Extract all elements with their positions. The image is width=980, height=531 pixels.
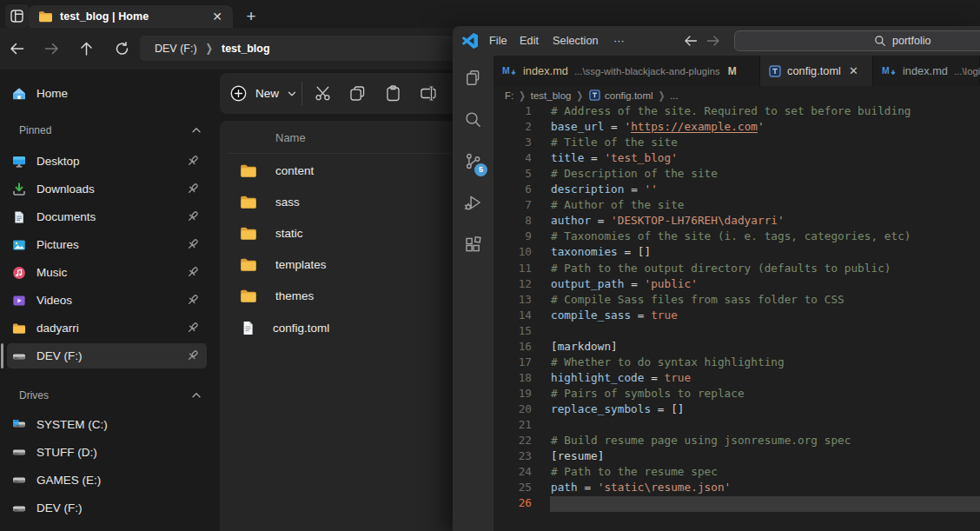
activity-extensions[interactable] [453,223,493,265]
folder-icon [240,257,257,272]
explorer-tab-title: test_blog | Home [60,10,149,23]
explorer-window-menu-button[interactable] [5,4,29,28]
sidebar-item-label: dadyarri [36,322,79,335]
activity-files[interactable] [453,56,493,98]
breadcrumb-item[interactable]: test_blog [531,90,572,101]
editor-line-21: 21 [493,418,980,434]
editor-line-9: 9# Taxonomies of the site (i. e. tags, c… [493,229,980,245]
cut-icon[interactable] [314,84,332,103]
pin-icon [186,265,200,279]
explorer-tab[interactable]: test_blog | Home ✕ [29,5,233,28]
sidebar-item-videos[interactable]: Videos [7,288,207,313]
sidebar-item-games-e[interactable]: GAMES (E:) [7,468,207,493]
line-code: title = 'test_blog' [551,151,678,167]
line-code: # Compile Sass files from sass folder to… [551,293,844,309]
pin-icon [186,182,200,196]
vscode-logo-icon [462,33,478,49]
vscode-editor-group: Mindex.md...\ssg-with-blackjack-and-plug… [493,56,980,531]
file-name: static [275,227,303,240]
chevron-up-icon[interactable] [189,388,203,402]
breadcrumb-item[interactable]: F: [505,90,513,101]
line-code: # Path to the resume spec [551,465,718,481]
pin-icon [186,348,200,362]
desktop-screen: test_blog | Home ✕ + DEV (F:) ❯ test [0,0,980,531]
editor-line-4: 4title = 'test_blog' [493,151,980,167]
menu-edit[interactable]: Edit [520,26,539,56]
line-code: replace_symbols = [] [551,402,685,418]
line-number: 20 [493,402,532,418]
back-icon[interactable] [10,42,24,56]
address-segment-drive[interactable]: DEV (F:) [155,43,197,55]
chevron-down-icon [287,89,297,99]
tab-close-icon[interactable]: ✕ [849,64,858,77]
sidebar-item-home[interactable]: Home [7,81,207,106]
line-number: 11 [493,262,532,277]
new-plus-icon [230,85,247,102]
forward-icon[interactable] [44,42,59,56]
line-code: taxonomies = [] [551,245,651,261]
sidebar-item-label: Desktop [36,155,80,168]
activity-run-debug[interactable] [453,182,493,223]
command-center-search[interactable]: portfolio [734,30,980,51]
explorer-tab-close-icon[interactable]: ✕ [209,8,226,25]
pin-icon [186,321,200,335]
editor-line-11: 11# Path to the output directory (defaul… [493,262,980,277]
sidebar-item-dev-f[interactable]: DEV (F:) [7,495,207,521]
nav-back-icon[interactable] [684,34,698,48]
editor-tab-index-md-0[interactable]: Mindex.md...\ssg-with-blackjack-and-plug… [493,56,760,86]
line-number: 15 [493,324,532,340]
sidebar-item-dev-f[interactable]: DEV (F:) [7,343,207,368]
up-icon[interactable] [79,42,94,56]
line-code: # Path to the output directory (defaults… [551,262,891,277]
line-number: 25 [493,481,532,496]
breadcrumb-separator-icon: ❯ [576,90,583,101]
explorer-new-tab-button[interactable]: + [240,5,262,28]
copy-icon[interactable] [348,84,367,103]
column-header-name[interactable]: Name [275,131,306,144]
menu-more[interactable]: ··· [613,26,625,56]
paste-icon[interactable] [384,84,402,103]
downloads-icon [12,183,26,196]
activity-source-control[interactable] [453,140,493,182]
sidebar-item-stuff-d[interactable]: STUFF (D:) [7,440,207,465]
editor-line-17: 17# Whether to do syntax highlighting [493,355,980,371]
command-center-text: portfolio [892,35,930,47]
sidebar-item-downloads[interactable]: Downloads [7,176,207,202]
editor-line-23: 23[resume] [493,449,980,465]
sidebar-item-dadyarri[interactable]: dadyarri [7,315,207,341]
refresh-icon[interactable] [115,42,129,56]
sidebar-item-system-c[interactable]: SYSTEM (C:) [7,412,207,437]
home-icon [12,87,26,101]
drives-section-header: Drives [19,389,49,402]
breadcrumb-item[interactable]: ... [670,90,679,101]
vscode-breadcrumbs: F:❯test_blog❯config.toml❯... [493,86,980,104]
line-number: 8 [493,214,532,229]
line-code: # Build resume page using jsonresume.org… [551,434,851,449]
sidebar-item-pictures[interactable]: Pictures [7,232,207,257]
breadcrumb-item[interactable]: config.toml [605,90,653,101]
editor-line-18: 18highlight_code = true [493,371,980,387]
menu-selection[interactable]: Selection [553,26,599,56]
line-number: 24 [493,465,532,481]
rename-icon[interactable] [419,84,437,103]
chevron-up-icon[interactable] [189,123,203,137]
sidebar-item-label: SYSTEM (C:) [36,418,108,431]
editor-tab-index-md-2[interactable]: Mindex.md...\login [873,56,980,86]
line-code: author = 'DESKTOP-LH76REH\dadyarri' [551,214,785,229]
address-segment-folder[interactable]: test_blog [222,43,270,55]
line-code: description = '' [551,183,658,198]
vscode-editor[interactable]: 1# Address of the site. Required to set … [493,104,980,531]
activity-search[interactable] [453,98,493,140]
menu-file[interactable]: File [489,26,507,56]
editor-tab-config-toml-1[interactable]: config.toml✕ [760,56,873,86]
nav-forward-icon[interactable] [706,34,720,48]
sidebar-item-music[interactable]: Music [7,260,207,285]
sidebar-item-desktop[interactable]: Desktop [7,149,207,174]
files-icon [463,68,483,88]
sidebar-item-label: STUFF (D:) [36,446,97,459]
editor-line-1: 1# Address of the site. Required to set … [493,104,980,120]
sidebar-item-documents[interactable]: Documents [7,204,207,229]
new-button[interactable]: New [230,73,297,114]
editor-line-19: 19# Pairs of symbols to replace [493,387,980,402]
editor-line-7: 7# Author of the site [493,198,980,214]
